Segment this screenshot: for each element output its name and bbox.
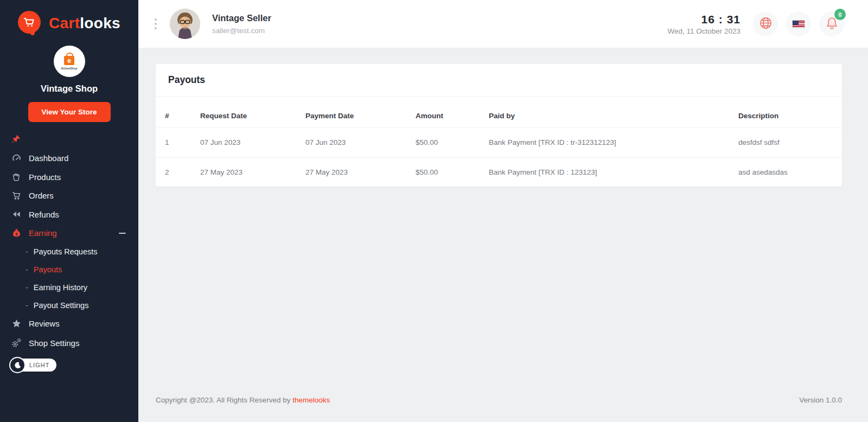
cell-description: asd asedasdas xyxy=(732,157,842,187)
notification-count-badge: 0 xyxy=(834,9,846,20)
sidebar-subitem-label: Payout Settings xyxy=(34,301,89,310)
cell-paid-by: Bank Payment [TRX ID : tr-312312123] xyxy=(482,128,732,158)
sidebar: Cartlooks e OnlineShop Vintage Shop View… xyxy=(0,0,138,422)
sidebar-toggler-dots-icon[interactable] xyxy=(155,18,157,29)
clock: 16 : 31 Wed, 11 October 2023 xyxy=(667,13,741,35)
orders-cart-icon xyxy=(11,190,22,201)
user-avatar[interactable] xyxy=(170,9,200,39)
svg-text:$: $ xyxy=(15,232,17,236)
cell-amount: $50.00 xyxy=(409,157,482,187)
sidebar-item-reviews[interactable]: Reviews xyxy=(0,314,138,333)
language-globe-button[interactable] xyxy=(753,11,778,36)
top-header: Vintage Seller saller@test.com 16 : 31 W… xyxy=(138,0,868,48)
sidebar-item-earning[interactable]: $ Earning xyxy=(0,223,138,242)
reviews-star-icon xyxy=(11,318,22,329)
sidebar-subitem-label: Payouts xyxy=(34,265,62,274)
sidebar-item-label: Refunds xyxy=(29,210,59,219)
sidebar-item-dashboard[interactable]: Dashboard xyxy=(0,149,138,168)
sidebar-item-label: Dashboard xyxy=(29,154,68,163)
pushpin-icon xyxy=(11,137,21,146)
earning-moneybag-icon: $ xyxy=(11,228,22,238)
sidebar-item-label: Orders xyxy=(29,191,54,200)
locale-flag-button[interactable] xyxy=(786,11,811,36)
cartlooks-logo-icon xyxy=(18,11,43,36)
payouts-table: # Request Date Payment Date Amount Paid … xyxy=(156,97,842,187)
version-text: Version 1.0.0 xyxy=(799,396,842,404)
theme-toggle[interactable]: LIGHT xyxy=(11,359,56,372)
col-header-description: Description xyxy=(732,97,842,128)
app-logo-text: Cartlooks xyxy=(49,15,120,32)
card-title: Payouts xyxy=(156,64,842,97)
clock-time: 16 : 31 xyxy=(667,13,741,26)
view-your-store-button[interactable]: View Your Store xyxy=(28,102,111,122)
refunds-rewind-icon xyxy=(11,209,22,219)
main-content: Payouts # Request Date Payment Date Amou… xyxy=(138,48,868,422)
col-header-paid-by: Paid by xyxy=(482,97,732,128)
sidebar-item-refunds[interactable]: Refunds xyxy=(0,205,138,223)
col-header-request-date: Request Date xyxy=(194,97,299,128)
sidebar-subitem-earning-history[interactable]: Earning History xyxy=(0,278,138,296)
collapse-minus-icon[interactable] xyxy=(119,229,126,236)
shop-settings-gear-icon xyxy=(11,337,22,348)
moon-icon xyxy=(9,357,25,373)
sidebar-subitem-payouts[interactable]: Payouts xyxy=(0,260,138,278)
shop-bag-icon: e xyxy=(64,56,74,65)
themelooks-link[interactable]: themelooks xyxy=(292,396,330,404)
table-row: 1 07 Jun 2023 07 Jun 2023 $50.00 Bank Pa… xyxy=(156,128,842,158)
sidebar-item-label: Reviews xyxy=(29,319,60,328)
cell-payment-date: 27 May 2023 xyxy=(299,157,409,187)
sidebar-subitem-payout-settings[interactable]: Payout Settings xyxy=(0,296,138,314)
table-row: 2 27 May 2023 27 May 2023 $50.00 Bank Pa… xyxy=(156,157,842,187)
dashboard-gauge-icon xyxy=(11,153,22,163)
cell-payment-date: 07 Jun 2023 xyxy=(299,128,409,158)
sidebar-subitem-label: Payouts Requests xyxy=(34,247,98,256)
sidebar-nav: Dashboard Products Orders xyxy=(0,133,138,353)
sidebar-item-products[interactable]: Products xyxy=(0,168,138,186)
col-header-amount: Amount xyxy=(409,97,482,128)
copyright-text: Copyright @2023. All Rights Reserved by … xyxy=(156,396,330,404)
app-logo[interactable]: Cartlooks xyxy=(0,0,138,41)
shop-avatar: e OnlineShop xyxy=(54,46,85,77)
cell-index: 2 xyxy=(156,157,194,187)
globe-icon xyxy=(758,16,773,32)
footer: Copyright @2023. All Rights Reserved by … xyxy=(156,396,842,404)
notifications-button[interactable]: 0 xyxy=(819,11,844,36)
sidebar-item-shop-settings[interactable]: Shop Settings xyxy=(0,333,138,353)
table-header-row: # Request Date Payment Date Amount Paid … xyxy=(156,97,842,128)
clock-date: Wed, 11 October 2023 xyxy=(667,27,741,35)
sidebar-item-orders[interactable]: Orders xyxy=(0,186,138,205)
col-header-payment-date: Payment Date xyxy=(299,97,409,128)
shop-name: Vintage Shop xyxy=(0,84,138,94)
cell-index: 1 xyxy=(156,128,194,158)
sidebar-item-label: Earning xyxy=(29,228,57,238)
cell-request-date: 27 May 2023 xyxy=(194,157,299,187)
products-bucket-icon xyxy=(11,172,22,182)
sidebar-item-label: Products xyxy=(29,172,61,182)
cell-description: desfdsf sdfsf xyxy=(732,128,842,158)
payouts-card: Payouts # Request Date Payment Date Amou… xyxy=(156,64,842,187)
theme-toggle-label: LIGHT xyxy=(29,362,49,368)
sidebar-subitem-label: Earning History xyxy=(34,283,87,292)
cell-request-date: 07 Jun 2023 xyxy=(194,128,299,158)
user-email: saller@test.com xyxy=(212,27,271,35)
user-info: Vintage Seller saller@test.com xyxy=(212,13,271,35)
sidebar-subitem-payouts-requests[interactable]: Payouts Requests xyxy=(0,242,138,260)
sidebar-item-label: Shop Settings xyxy=(29,338,79,348)
cell-paid-by: Bank Payment [TRX ID : 123123] xyxy=(482,157,732,187)
us-flag-icon xyxy=(792,20,805,28)
shop-brand-label: OnlineShop xyxy=(61,67,77,70)
user-name: Vintage Seller xyxy=(212,13,271,23)
cell-amount: $50.00 xyxy=(409,128,482,158)
col-header-index: # xyxy=(156,97,194,128)
